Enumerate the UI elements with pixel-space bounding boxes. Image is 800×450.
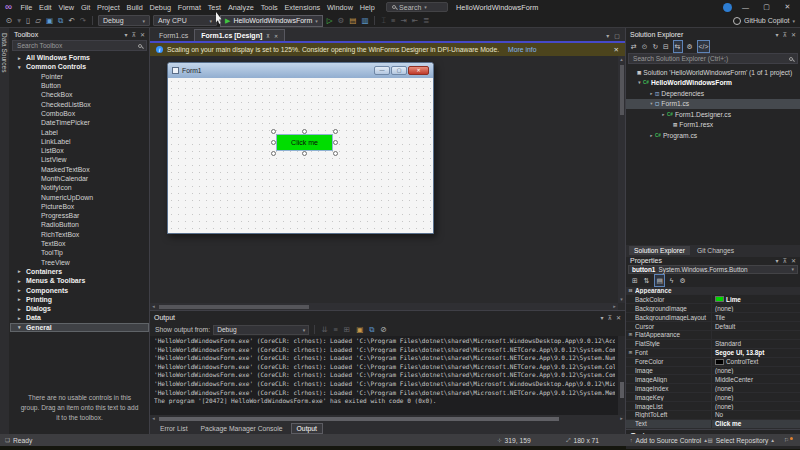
minimize-button[interactable]: — <box>738 4 753 11</box>
toolbox-item[interactable]: ▸ Containers <box>10 267 149 276</box>
property-row[interactable]: BackColor Lime <box>626 295 800 304</box>
expand-all-icon[interactable]: ⊞ <box>343 324 351 336</box>
expander-arrow-icon[interactable]: ▸ <box>660 112 667 117</box>
step-out-icon[interactable]: ⇤ <box>411 15 419 27</box>
refresh-icon[interactable]: ↻ <box>651 41 659 52</box>
tab-options-icon[interactable]: ▢ <box>614 32 620 39</box>
property-row[interactable]: ⊞ FlatAppearance <box>626 331 800 340</box>
toolbox-item[interactable]: TreeView <box>10 258 149 267</box>
menu-item[interactable]: File <box>17 3 36 12</box>
property-value[interactable]: Lime <box>711 295 800 303</box>
pin-icon[interactable]: ⊼ <box>132 31 136 38</box>
pin-icon[interactable]: ⊼ <box>783 257 787 264</box>
designed-form[interactable]: Form1 — ▢ ✕ Click me <box>167 62 434 234</box>
selection-handle[interactable] <box>271 151 276 156</box>
toolbox-item[interactable]: ▾ Common Controls <box>10 62 149 71</box>
close-icon[interactable]: ✕ <box>616 314 621 321</box>
output-log[interactable]: 'HelloWorldWindowsForm.exe' (CoreCLR: cl… <box>150 336 625 415</box>
toolbox-item[interactable]: RadioButton <box>10 220 149 229</box>
toolbox-item[interactable]: ▸ Printing <box>10 295 149 304</box>
close-icon[interactable]: ✕ <box>140 31 145 38</box>
property-row[interactable]: ImageIndex (none) <box>626 384 800 393</box>
toolbox-item[interactable]: TextBox <box>10 239 149 248</box>
scroll-up-arrow-icon[interactable]: ▴ <box>618 56 625 63</box>
scroll-down-arrow-icon[interactable]: ▾ <box>618 296 625 303</box>
menu-item[interactable]: Debug <box>146 3 174 12</box>
sync-with-active-document-icon[interactable]: ⇆ <box>673 40 683 53</box>
redo-icon[interactable]: ↷ <box>79 15 87 27</box>
expander-arrow-icon[interactable]: ▾ <box>636 80 643 85</box>
property-value[interactable]: (none) <box>711 384 800 392</box>
scrollbar-thumb[interactable] <box>159 305 309 309</box>
toolbox-item[interactable]: ▸ Data <box>10 313 149 322</box>
line-ops-icon[interactable]: ≣ <box>422 15 430 27</box>
property-row[interactable]: ⊞ Font Segoe UI, 13.8pt <box>626 349 800 358</box>
toolbox-item[interactable]: Label <box>10 127 149 136</box>
designer-horizontal-scrollbar[interactable]: ◂ ▸ <box>150 303 618 310</box>
show-all-files-icon[interactable]: </> <box>697 40 711 53</box>
property-value[interactable]: Click me <box>711 420 800 428</box>
tab-form1-cs[interactable]: Form1.cs <box>153 29 194 41</box>
selection-handle[interactable] <box>302 129 307 134</box>
menu-item[interactable]: Help <box>356 3 378 12</box>
toolbox-item[interactable]: CheckedListBox <box>10 99 149 108</box>
toolbox-item[interactable]: ▸ Dialogs <box>10 304 149 313</box>
solution-platform-dropdown[interactable]: Any CPU ▾ <box>153 15 217 26</box>
notifications-bell-icon[interactable]: ⚐ <box>784 434 793 446</box>
copy-output-icon[interactable]: ⧉ <box>368 324 375 336</box>
toolbox-item[interactable]: ListView <box>10 155 149 164</box>
properties-object-dropdown[interactable]: button1 System.Windows.Forms.Button ▾ <box>628 265 798 274</box>
toolbox-item[interactable]: NotifyIcon <box>10 183 149 192</box>
property-row[interactable]: BackgroundImageLayout Tile <box>626 313 800 322</box>
close-icon[interactable]: ✕ <box>791 257 796 264</box>
save-all-icon[interactable]: ⧉ <box>57 15 64 27</box>
property-value[interactable]: (none) <box>711 304 800 312</box>
solution-configuration-dropdown[interactable]: Debug ▾ <box>98 15 150 26</box>
feedback-icon[interactable]: ❏ <box>5 437 10 443</box>
toolbox-item[interactable]: ▾ General <box>10 323 149 332</box>
pin-icon[interactable]: ⊼ <box>783 31 787 38</box>
menu-item[interactable]: Analyze <box>225 3 258 12</box>
solution-configurations-icon[interactable]: ▤ <box>348 15 357 27</box>
window-position-icon[interactable]: ▾ <box>776 257 779 264</box>
selection-handle[interactable] <box>302 151 307 156</box>
github-copilot-button[interactable]: GitHub Copilot ▾ <box>733 17 795 25</box>
property-value[interactable]: ControlText <box>711 358 800 366</box>
global-search-box[interactable]: Search ▾ <box>386 2 448 12</box>
panel-tab[interactable]: Error List <box>155 424 193 433</box>
new-project-icon[interactable]: ▯ <box>25 15 31 27</box>
panel-tab[interactable]: Package Manager Console <box>196 424 288 433</box>
panel-tab[interactable]: Solution Explorer <box>629 246 690 255</box>
save-output-icon[interactable]: ▣ <box>355 324 364 336</box>
toolbox-item[interactable]: ListBox <box>10 146 149 155</box>
dropdown-icon[interactable]: ▾ <box>16 15 22 27</box>
pending-changes-filter-icon[interactable]: ⊙ <box>641 41 649 52</box>
menu-item[interactable]: Project <box>94 3 124 12</box>
tree-item[interactable]: ▾ C# HelloWorldWindowsForm <box>626 78 800 89</box>
toolbox-item[interactable]: Pointer <box>10 72 149 81</box>
property-value[interactable]: MiddleCenter <box>711 375 800 383</box>
selection-handle[interactable] <box>333 129 338 134</box>
expander-arrow-icon[interactable]: ▾ <box>648 101 655 106</box>
selection-handle[interactable] <box>271 129 276 134</box>
close-icon[interactable]: ✕ <box>274 33 278 39</box>
menu-item[interactable]: View <box>55 3 77 12</box>
menu-item[interactable]: Extensions <box>281 3 323 12</box>
toolbox-item[interactable]: ComboBox <box>10 109 149 118</box>
tree-item[interactable]: ▾ ▢ Form1.cs <box>626 99 800 110</box>
toolbox-item[interactable]: RichTextBox <box>10 230 149 239</box>
events-icon[interactable]: ϟ <box>669 275 675 286</box>
close-button[interactable]: ✕ <box>780 3 795 11</box>
toolbox-item[interactable]: ▸ Menus & Toolbars <box>10 276 149 285</box>
solution-explorer-search-input[interactable]: Search Solution Explorer (Ctrl+;) <box>628 53 798 64</box>
property-pages-icon[interactable]: ⚙ <box>678 275 686 286</box>
scroll-left-arrow-icon[interactable]: ◂ <box>150 303 157 310</box>
toolbox-item[interactable]: Button <box>10 81 149 90</box>
account-avatar[interactable] <box>723 3 732 12</box>
tree-item[interactable]: ▸ C# Program.cs <box>626 130 800 141</box>
add-to-source-control-button[interactable]: ↑ Add to Source Control ▴ <box>630 434 707 446</box>
expander-arrow-icon[interactable]: ▸ <box>648 91 655 96</box>
property-row[interactable]: RightToLeft No <box>626 411 800 420</box>
step-over-icon[interactable]: ≡ <box>390 15 396 27</box>
expander-icon[interactable]: ⊞ <box>626 350 635 355</box>
